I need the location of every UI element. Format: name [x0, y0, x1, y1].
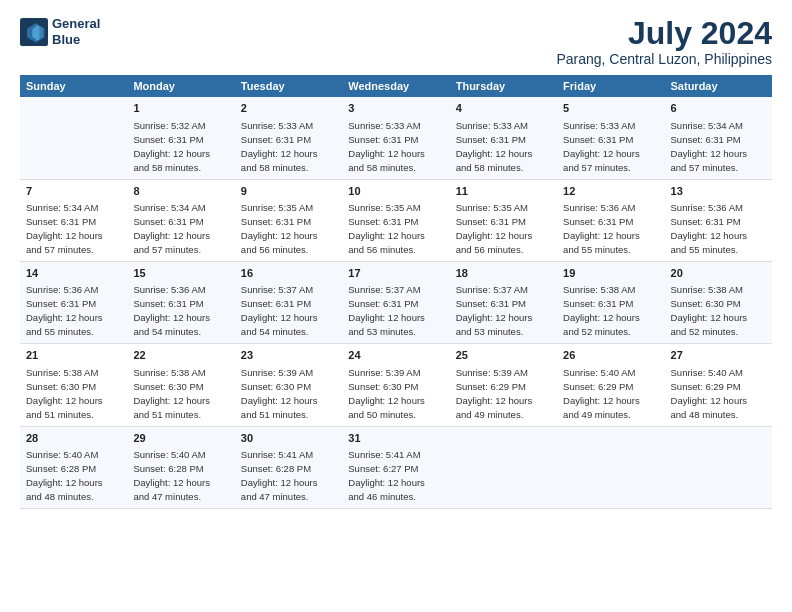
calendar-cell: 2Sunrise: 5:33 AM Sunset: 6:31 PM Daylig… — [235, 97, 342, 179]
page: General Blue July 2024 Parang, Central L… — [0, 0, 792, 612]
day-info: Sunrise: 5:33 AM Sunset: 6:31 PM Dayligh… — [456, 120, 533, 173]
logo-text: General Blue — [52, 16, 100, 47]
col-monday: Monday — [127, 75, 234, 97]
col-friday: Friday — [557, 75, 664, 97]
calendar-cell — [557, 426, 664, 508]
day-info: Sunrise: 5:36 AM Sunset: 6:31 PM Dayligh… — [26, 284, 103, 337]
calendar-cell: 26Sunrise: 5:40 AM Sunset: 6:29 PM Dayli… — [557, 344, 664, 426]
calendar-row-2: 14Sunrise: 5:36 AM Sunset: 6:31 PM Dayli… — [20, 261, 772, 343]
day-info: Sunrise: 5:38 AM Sunset: 6:30 PM Dayligh… — [26, 367, 103, 420]
calendar-cell: 17Sunrise: 5:37 AM Sunset: 6:31 PM Dayli… — [342, 261, 449, 343]
calendar-cell: 14Sunrise: 5:36 AM Sunset: 6:31 PM Dayli… — [20, 261, 127, 343]
subtitle: Parang, Central Luzon, Philippines — [556, 51, 772, 67]
day-number: 10 — [348, 184, 443, 199]
day-number: 2 — [241, 101, 336, 116]
calendar-cell: 11Sunrise: 5:35 AM Sunset: 6:31 PM Dayli… — [450, 179, 557, 261]
header: General Blue July 2024 Parang, Central L… — [20, 16, 772, 67]
calendar-row-0: 1Sunrise: 5:32 AM Sunset: 6:31 PM Daylig… — [20, 97, 772, 179]
day-number: 15 — [133, 266, 228, 281]
day-info: Sunrise: 5:37 AM Sunset: 6:31 PM Dayligh… — [348, 284, 425, 337]
day-info: Sunrise: 5:36 AM Sunset: 6:31 PM Dayligh… — [671, 202, 748, 255]
logo: General Blue — [20, 16, 100, 47]
day-info: Sunrise: 5:41 AM Sunset: 6:28 PM Dayligh… — [241, 449, 318, 502]
main-title: July 2024 — [556, 16, 772, 51]
day-info: Sunrise: 5:40 AM Sunset: 6:29 PM Dayligh… — [671, 367, 748, 420]
day-info: Sunrise: 5:35 AM Sunset: 6:31 PM Dayligh… — [348, 202, 425, 255]
calendar-cell: 8Sunrise: 5:34 AM Sunset: 6:31 PM Daylig… — [127, 179, 234, 261]
day-info: Sunrise: 5:36 AM Sunset: 6:31 PM Dayligh… — [563, 202, 640, 255]
calendar-cell: 12Sunrise: 5:36 AM Sunset: 6:31 PM Dayli… — [557, 179, 664, 261]
day-number: 26 — [563, 348, 658, 363]
day-number: 6 — [671, 101, 766, 116]
day-info: Sunrise: 5:38 AM Sunset: 6:30 PM Dayligh… — [133, 367, 210, 420]
day-info: Sunrise: 5:37 AM Sunset: 6:31 PM Dayligh… — [241, 284, 318, 337]
day-number: 4 — [456, 101, 551, 116]
day-number: 21 — [26, 348, 121, 363]
day-number: 18 — [456, 266, 551, 281]
day-number: 7 — [26, 184, 121, 199]
col-wednesday: Wednesday — [342, 75, 449, 97]
day-info: Sunrise: 5:32 AM Sunset: 6:31 PM Dayligh… — [133, 120, 210, 173]
calendar-cell: 9Sunrise: 5:35 AM Sunset: 6:31 PM Daylig… — [235, 179, 342, 261]
day-number: 20 — [671, 266, 766, 281]
day-number: 31 — [348, 431, 443, 446]
calendar-cell: 16Sunrise: 5:37 AM Sunset: 6:31 PM Dayli… — [235, 261, 342, 343]
day-number: 5 — [563, 101, 658, 116]
day-number: 16 — [241, 266, 336, 281]
day-number: 27 — [671, 348, 766, 363]
day-number: 23 — [241, 348, 336, 363]
day-info: Sunrise: 5:40 AM Sunset: 6:28 PM Dayligh… — [26, 449, 103, 502]
calendar-table: Sunday Monday Tuesday Wednesday Thursday… — [20, 75, 772, 509]
day-info: Sunrise: 5:33 AM Sunset: 6:31 PM Dayligh… — [348, 120, 425, 173]
day-number: 14 — [26, 266, 121, 281]
day-number: 24 — [348, 348, 443, 363]
calendar-cell: 19Sunrise: 5:38 AM Sunset: 6:31 PM Dayli… — [557, 261, 664, 343]
calendar-cell: 31Sunrise: 5:41 AM Sunset: 6:27 PM Dayli… — [342, 426, 449, 508]
day-info: Sunrise: 5:34 AM Sunset: 6:31 PM Dayligh… — [133, 202, 210, 255]
col-thursday: Thursday — [450, 75, 557, 97]
col-sunday: Sunday — [20, 75, 127, 97]
day-number: 29 — [133, 431, 228, 446]
day-number: 17 — [348, 266, 443, 281]
calendar-row-1: 7Sunrise: 5:34 AM Sunset: 6:31 PM Daylig… — [20, 179, 772, 261]
calendar-cell: 24Sunrise: 5:39 AM Sunset: 6:30 PM Dayli… — [342, 344, 449, 426]
day-info: Sunrise: 5:33 AM Sunset: 6:31 PM Dayligh… — [241, 120, 318, 173]
day-info: Sunrise: 5:39 AM Sunset: 6:29 PM Dayligh… — [456, 367, 533, 420]
day-info: Sunrise: 5:34 AM Sunset: 6:31 PM Dayligh… — [671, 120, 748, 173]
col-tuesday: Tuesday — [235, 75, 342, 97]
calendar-row-3: 21Sunrise: 5:38 AM Sunset: 6:30 PM Dayli… — [20, 344, 772, 426]
calendar-cell: 30Sunrise: 5:41 AM Sunset: 6:28 PM Dayli… — [235, 426, 342, 508]
day-info: Sunrise: 5:33 AM Sunset: 6:31 PM Dayligh… — [563, 120, 640, 173]
calendar-cell: 4Sunrise: 5:33 AM Sunset: 6:31 PM Daylig… — [450, 97, 557, 179]
calendar-cell: 23Sunrise: 5:39 AM Sunset: 6:30 PM Dayli… — [235, 344, 342, 426]
calendar-cell: 6Sunrise: 5:34 AM Sunset: 6:31 PM Daylig… — [665, 97, 772, 179]
day-number: 19 — [563, 266, 658, 281]
day-info: Sunrise: 5:39 AM Sunset: 6:30 PM Dayligh… — [241, 367, 318, 420]
day-info: Sunrise: 5:35 AM Sunset: 6:31 PM Dayligh… — [241, 202, 318, 255]
day-info: Sunrise: 5:38 AM Sunset: 6:30 PM Dayligh… — [671, 284, 748, 337]
day-info: Sunrise: 5:34 AM Sunset: 6:31 PM Dayligh… — [26, 202, 103, 255]
day-number: 25 — [456, 348, 551, 363]
calendar-cell: 20Sunrise: 5:38 AM Sunset: 6:30 PM Dayli… — [665, 261, 772, 343]
day-info: Sunrise: 5:35 AM Sunset: 6:31 PM Dayligh… — [456, 202, 533, 255]
day-number: 22 — [133, 348, 228, 363]
day-info: Sunrise: 5:37 AM Sunset: 6:31 PM Dayligh… — [456, 284, 533, 337]
calendar-cell: 22Sunrise: 5:38 AM Sunset: 6:30 PM Dayli… — [127, 344, 234, 426]
day-number: 8 — [133, 184, 228, 199]
day-info: Sunrise: 5:41 AM Sunset: 6:27 PM Dayligh… — [348, 449, 425, 502]
day-number: 9 — [241, 184, 336, 199]
calendar-cell: 18Sunrise: 5:37 AM Sunset: 6:31 PM Dayli… — [450, 261, 557, 343]
day-info: Sunrise: 5:39 AM Sunset: 6:30 PM Dayligh… — [348, 367, 425, 420]
calendar-cell — [20, 97, 127, 179]
calendar-cell: 29Sunrise: 5:40 AM Sunset: 6:28 PM Dayli… — [127, 426, 234, 508]
day-number: 12 — [563, 184, 658, 199]
calendar-cell: 3Sunrise: 5:33 AM Sunset: 6:31 PM Daylig… — [342, 97, 449, 179]
day-info: Sunrise: 5:40 AM Sunset: 6:28 PM Dayligh… — [133, 449, 210, 502]
calendar-row-4: 28Sunrise: 5:40 AM Sunset: 6:28 PM Dayli… — [20, 426, 772, 508]
col-saturday: Saturday — [665, 75, 772, 97]
calendar-cell: 10Sunrise: 5:35 AM Sunset: 6:31 PM Dayli… — [342, 179, 449, 261]
header-row: Sunday Monday Tuesday Wednesday Thursday… — [20, 75, 772, 97]
calendar-cell — [450, 426, 557, 508]
calendar-cell: 21Sunrise: 5:38 AM Sunset: 6:30 PM Dayli… — [20, 344, 127, 426]
day-number: 13 — [671, 184, 766, 199]
